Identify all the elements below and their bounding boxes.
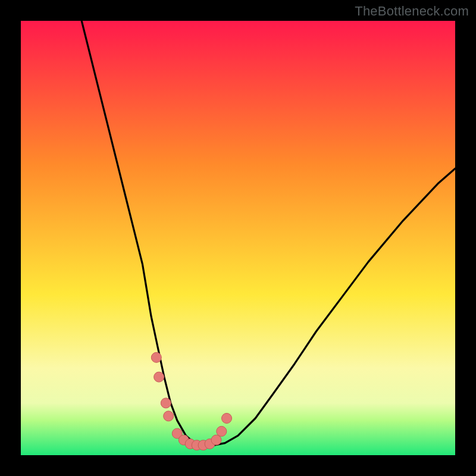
- curve-marker: [222, 414, 232, 424]
- curve-marker: [217, 426, 227, 436]
- curve-marker: [151, 352, 161, 362]
- plot-area: [21, 21, 455, 455]
- curve-marker: [161, 398, 171, 408]
- chart-outer-frame: TheBottleneck.com: [0, 0, 476, 476]
- curve-marker: [164, 411, 174, 421]
- curve-marker: [154, 372, 164, 382]
- curve-markers: [151, 352, 231, 450]
- watermark-text: TheBottleneck.com: [355, 4, 469, 19]
- curve-marker: [211, 435, 221, 445]
- bottleneck-curve: [21, 21, 455, 455]
